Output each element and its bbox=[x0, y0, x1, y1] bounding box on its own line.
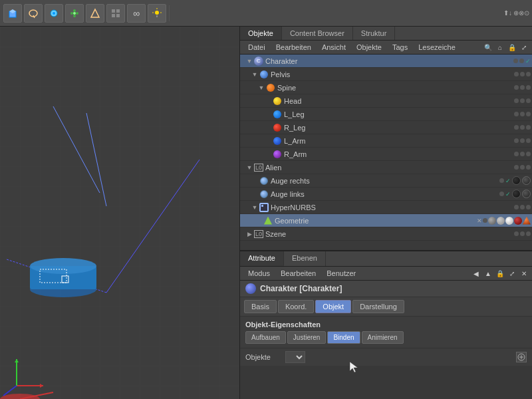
indicators-spine bbox=[514, 85, 532, 90]
expand-l-leg[interactable] bbox=[267, 110, 272, 118]
objekte-row: Objekte bbox=[240, 348, 532, 366]
attr-sub-tab-darstellung[interactable]: Darstellung bbox=[352, 300, 404, 313]
tree-item-head[interactable]: Head bbox=[240, 94, 532, 108]
search-icon[interactable]: 🔍 bbox=[483, 42, 493, 53]
toolbar-icon-light[interactable] bbox=[148, 4, 166, 23]
attr-sub-tab-objekt[interactable]: Objekt bbox=[315, 300, 351, 313]
icon-auge-rechts bbox=[259, 176, 269, 186]
menu-datei[interactable]: Datei bbox=[243, 42, 271, 53]
attr-sub-tab-koord[interactable]: Koord. bbox=[278, 300, 314, 313]
indicators-auge-links: ✓ bbox=[499, 190, 532, 198]
menu-lesezeiche[interactable]: Lesezeiche bbox=[413, 42, 461, 53]
attr-sub-tab-basis[interactable]: Basis bbox=[244, 300, 277, 313]
expand-charakter[interactable]: ▼ bbox=[245, 57, 253, 65]
toolbar-icon-infinity[interactable]: ∞ bbox=[127, 4, 146, 23]
indicators-alien bbox=[514, 165, 532, 170]
props-tab-aufbauen[interactable]: Aufbauen bbox=[245, 331, 286, 344]
tree-item-r-leg[interactable]: R_Leg bbox=[240, 121, 532, 134]
lock-icon[interactable]: 🔒 bbox=[507, 42, 517, 53]
toolbar-icon-lasso[interactable] bbox=[24, 4, 43, 23]
expand-head[interactable] bbox=[267, 97, 272, 105]
svg-point-6 bbox=[73, 12, 76, 15]
props-tab-animieren[interactable]: Animieren bbox=[362, 331, 404, 344]
expand-l-arm[interactable] bbox=[267, 137, 272, 145]
objekte-add-icon[interactable] bbox=[516, 352, 527, 362]
tree-item-hypernurbs[interactable]: ▼ HyperNURBS bbox=[240, 201, 532, 214]
tree-item-auge-rechts[interactable]: Auge rechts ✓ bbox=[240, 174, 532, 188]
tree-item-alien[interactable]: ▼ L0 Alien bbox=[240, 161, 532, 174]
mat-s1 bbox=[488, 217, 496, 225]
label-l-arm: L_Arm bbox=[284, 137, 514, 145]
attr-menu-modus[interactable]: Modus bbox=[243, 268, 275, 279]
tree-item-auge-links[interactable]: Auge links ✓ bbox=[240, 188, 532, 201]
toolbar-icon-flower[interactable] bbox=[65, 4, 84, 23]
indicators-r-leg bbox=[514, 125, 532, 130]
menu-icons: 🔍 ⌂ 🔒 ⤢ bbox=[483, 42, 529, 53]
toolbar-icon-cube[interactable] bbox=[3, 4, 22, 23]
label-charakter: Charakter bbox=[265, 57, 513, 65]
expand-geometrie[interactable] bbox=[257, 217, 263, 225]
expand-r-leg[interactable] bbox=[267, 124, 272, 132]
toolbar-icon-object[interactable] bbox=[45, 4, 63, 23]
tree-item-geometrie[interactable]: Geometrie ✕ bbox=[240, 214, 532, 227]
attribute-panel: Attribute Ebenen Modus Bearbeiten Benutz… bbox=[240, 251, 532, 399]
props-tab-binden[interactable]: Binden bbox=[327, 331, 360, 344]
label-auge-links: Auge links bbox=[271, 190, 499, 198]
obj-props-title: Objekt-Eigenschaften bbox=[245, 321, 527, 329]
toolbar-icon-shape[interactable] bbox=[86, 4, 104, 23]
attr-expand-icon[interactable]: ⤢ bbox=[507, 268, 517, 279]
expand-spine[interactable]: ▼ bbox=[257, 84, 265, 92]
tree-item-charakter[interactable]: ▼ C Charakter ✓ bbox=[240, 55, 532, 68]
attr-tab-ebenen[interactable]: Ebenen bbox=[284, 251, 326, 266]
expand-auge-links[interactable] bbox=[253, 190, 259, 198]
expand-icon[interactable]: ⤢ bbox=[519, 42, 529, 53]
viewport[interactable] bbox=[0, 27, 239, 399]
props-tab-justieren[interactable]: Justieren bbox=[287, 331, 327, 344]
icon-pelvis bbox=[259, 69, 269, 80]
tab-struktur[interactable]: Struktur bbox=[353, 27, 396, 40]
attr-back-icon[interactable]: ◀ bbox=[471, 268, 481, 279]
objekte-label: Objekte bbox=[245, 353, 285, 361]
menu-bearbeiten[interactable]: Bearbeiten bbox=[271, 42, 317, 53]
attr-close-icon[interactable]: ✕ bbox=[519, 268, 529, 279]
expand-r-arm[interactable] bbox=[267, 150, 272, 158]
tree-item-pelvis[interactable]: ▼ Pelvis bbox=[240, 68, 532, 81]
top-toolbar: ∞ ⬆↓ ⊕⊗⊙ bbox=[0, 0, 532, 27]
tree-item-l-arm[interactable]: L_Arm bbox=[240, 134, 532, 148]
menu-objekte[interactable]: Objekte bbox=[351, 42, 387, 53]
expand-hypernurbs[interactable]: ▼ bbox=[251, 203, 259, 211]
svg-point-8 bbox=[76, 12, 78, 15]
tree-item-spine[interactable]: ▼ Spine bbox=[240, 81, 532, 94]
svg-point-16 bbox=[155, 11, 159, 15]
expand-alien[interactable]: ▼ bbox=[245, 164, 253, 172]
indicators-geometrie: ✕ bbox=[477, 217, 532, 225]
attr-header: Charakter [Charakter] bbox=[240, 281, 532, 297]
label-pelvis: Pelvis bbox=[271, 70, 514, 78]
expand-szene[interactable]: ▶ bbox=[245, 230, 253, 238]
attr-tab-attribute[interactable]: Attribute bbox=[240, 251, 284, 266]
tab-content-browser[interactable]: Content Browser bbox=[282, 27, 353, 40]
menu-tags[interactable]: Tags bbox=[387, 42, 413, 53]
attr-up-icon[interactable]: ▲ bbox=[483, 268, 493, 279]
attr-lock-icon[interactable]: 🔒 bbox=[495, 268, 505, 279]
tree-item-r-arm[interactable]: R_Arm bbox=[240, 148, 532, 161]
expand-pelvis[interactable]: ▼ bbox=[251, 70, 259, 78]
tree-item-l-leg[interactable]: L_Leg bbox=[240, 108, 532, 121]
objects-menu-bar: Datei Bearbeiten Ansicht Objekte Tags Le… bbox=[240, 41, 532, 55]
label-auge-rechts: Auge rechts bbox=[271, 177, 499, 185]
attr-menu-bearbeiten[interactable]: Bearbeiten bbox=[275, 268, 321, 279]
toolbar-icon-grid[interactable] bbox=[106, 4, 125, 23]
indicators-auge-rechts: ✓ bbox=[499, 176, 532, 185]
object-tree[interactable]: ▼ C Charakter ✓ ▼ bbox=[240, 55, 532, 251]
expand-auge-rechts[interactable] bbox=[253, 177, 259, 185]
icon-hypernurbs bbox=[259, 202, 269, 213]
tab-objekte[interactable]: Objekte bbox=[240, 27, 282, 40]
icon-head bbox=[272, 96, 283, 106]
mat-s2 bbox=[497, 217, 505, 225]
menu-ansicht[interactable]: Ansicht bbox=[317, 42, 351, 53]
tree-item-szene[interactable]: ▶ L0 Szene bbox=[240, 227, 532, 241]
label-geometrie: Geometrie bbox=[275, 217, 477, 225]
home-icon[interactable]: ⌂ bbox=[495, 42, 505, 53]
attr-menu-benutzer[interactable]: Benutzer bbox=[321, 268, 361, 279]
objekte-dropdown[interactable] bbox=[285, 351, 305, 363]
